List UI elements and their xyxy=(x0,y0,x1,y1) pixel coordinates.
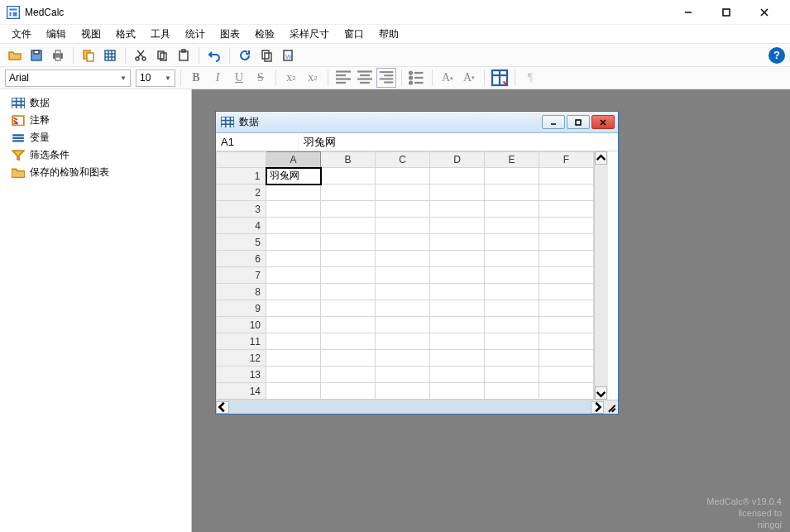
cell[interactable] xyxy=(266,201,321,218)
cell[interactable] xyxy=(430,367,485,383)
row-header[interactable]: 7 xyxy=(217,267,266,284)
child-titlebar[interactable]: 数据 xyxy=(216,112,618,133)
vertical-scrollbar[interactable] xyxy=(594,151,608,400)
row-header[interactable]: 9 xyxy=(217,300,266,317)
align-left-button[interactable] xyxy=(333,68,353,88)
cell[interactable] xyxy=(485,367,539,383)
menu-tools[interactable]: 工具 xyxy=(144,26,177,43)
cell[interactable] xyxy=(321,234,376,251)
cell[interactable] xyxy=(376,201,430,218)
superscript-button[interactable]: x2 xyxy=(303,68,323,88)
row-header[interactable]: 10 xyxy=(217,317,266,333)
col-header[interactable]: C xyxy=(376,152,430,168)
cell[interactable] xyxy=(485,317,539,333)
cell[interactable] xyxy=(376,383,430,400)
row-header[interactable]: 8 xyxy=(217,284,266,300)
cell[interactable] xyxy=(321,383,376,400)
cell[interactable] xyxy=(376,234,430,251)
row-header[interactable]: 3 xyxy=(217,201,266,218)
cell-value[interactable]: 羽兔网 xyxy=(299,135,618,150)
save-icon[interactable] xyxy=(26,46,46,65)
menu-window[interactable]: 窗口 xyxy=(338,26,371,43)
row-header[interactable]: 4 xyxy=(217,218,266,234)
child-close-button[interactable] xyxy=(591,115,615,129)
tree-item-data[interactable]: 数据 xyxy=(3,94,188,112)
scroll-right-icon[interactable] xyxy=(591,401,604,414)
scroll-track[interactable] xyxy=(229,401,591,414)
print-icon[interactable] xyxy=(48,46,68,65)
corner-cell[interactable] xyxy=(217,152,266,168)
doc-word-icon[interactable]: W xyxy=(278,46,298,65)
col-header[interactable]: A xyxy=(266,152,321,168)
menu-sample[interactable]: 采样尺寸 xyxy=(283,26,336,43)
close-button[interactable] xyxy=(745,1,783,24)
cell[interactable] xyxy=(376,185,430,201)
row-header[interactable]: 11 xyxy=(217,333,266,350)
copy2-icon[interactable] xyxy=(152,46,172,65)
cell[interactable] xyxy=(430,185,485,201)
cell[interactable] xyxy=(485,267,539,284)
align-right-button[interactable] xyxy=(376,68,396,88)
col-header[interactable]: D xyxy=(430,152,485,168)
resize-grip-icon[interactable] xyxy=(604,400,618,415)
cell[interactable] xyxy=(430,267,485,284)
cell[interactable] xyxy=(539,367,594,383)
cell[interactable] xyxy=(430,251,485,267)
cell[interactable] xyxy=(539,185,594,201)
bold-button[interactable]: B xyxy=(186,68,206,88)
cell[interactable] xyxy=(321,317,376,333)
size-select[interactable]: 10▼ xyxy=(136,69,175,87)
tree-item-filter[interactable]: 筛选条件 xyxy=(3,146,188,164)
list-button[interactable] xyxy=(407,68,427,88)
row-header[interactable]: 14 xyxy=(217,383,266,400)
cell[interactable] xyxy=(321,300,376,317)
scroll-up-icon[interactable] xyxy=(595,151,607,165)
cell[interactable] xyxy=(376,350,430,367)
tree-item-vars[interactable]: 变量 xyxy=(3,129,188,146)
cell[interactable] xyxy=(485,383,539,400)
font-increase-button[interactable]: A▴ xyxy=(438,68,457,88)
cell[interactable] xyxy=(430,168,485,185)
cell[interactable] xyxy=(266,218,321,234)
cell-ref[interactable]: A1 xyxy=(216,133,299,151)
cell[interactable] xyxy=(485,333,539,350)
cell[interactable] xyxy=(376,333,430,350)
subscript-button[interactable]: x2 xyxy=(281,68,301,88)
cell[interactable] xyxy=(376,251,430,267)
cell[interactable] xyxy=(539,251,594,267)
cell[interactable] xyxy=(539,333,594,350)
cell[interactable] xyxy=(539,300,594,317)
row-header[interactable]: 6 xyxy=(217,251,266,267)
horizontal-scrollbar[interactable] xyxy=(216,400,618,414)
cell[interactable] xyxy=(430,218,485,234)
cell[interactable] xyxy=(539,168,594,185)
italic-button[interactable]: I xyxy=(208,68,227,88)
cell[interactable] xyxy=(266,185,321,201)
cell[interactable]: 羽兔网 xyxy=(266,168,321,185)
cell[interactable] xyxy=(485,234,539,251)
cell[interactable] xyxy=(321,367,376,383)
cell[interactable] xyxy=(321,350,376,367)
cell[interactable] xyxy=(321,251,376,267)
doc-copy-icon[interactable] xyxy=(256,46,276,65)
cell[interactable] xyxy=(430,317,485,333)
cell[interactable] xyxy=(539,267,594,284)
cell[interactable] xyxy=(539,317,594,333)
cell[interactable] xyxy=(266,300,321,317)
cell[interactable] xyxy=(430,284,485,300)
row-header[interactable]: 1 xyxy=(217,168,266,185)
cell[interactable] xyxy=(430,234,485,251)
cell[interactable] xyxy=(376,168,430,185)
cell[interactable] xyxy=(430,383,485,400)
row-header[interactable]: 13 xyxy=(217,367,266,383)
cell[interactable] xyxy=(539,234,594,251)
cell[interactable] xyxy=(266,333,321,350)
menu-view[interactable]: 视图 xyxy=(74,26,108,43)
row-header[interactable]: 5 xyxy=(217,234,266,251)
cell[interactable] xyxy=(539,201,594,218)
cell[interactable] xyxy=(539,383,594,400)
refresh-icon[interactable] xyxy=(235,46,255,65)
cell[interactable] xyxy=(321,201,376,218)
underline-button[interactable]: U xyxy=(229,68,249,88)
cell[interactable] xyxy=(430,201,485,218)
